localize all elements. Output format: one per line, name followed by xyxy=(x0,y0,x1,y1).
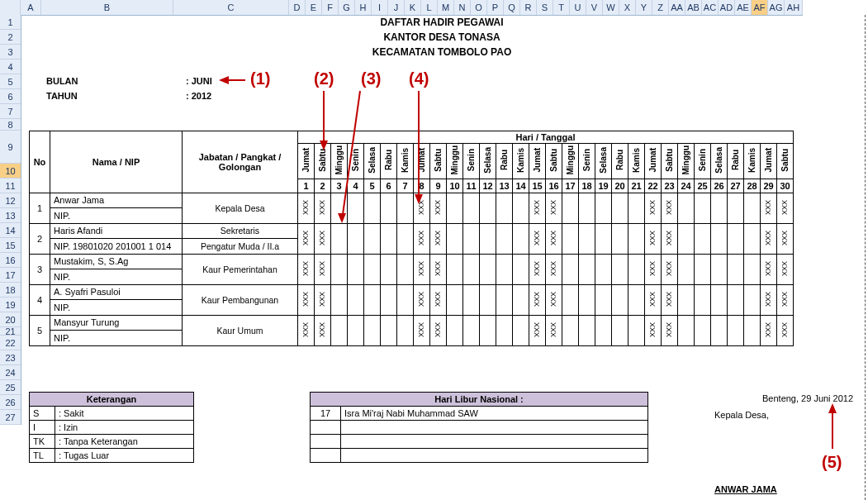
cell-att-1-1[interactable]: XXX xyxy=(298,193,315,223)
cell-att-1-10[interactable] xyxy=(447,193,463,223)
col-header-AE[interactable]: AE xyxy=(735,0,752,15)
cell-att-3-15[interactable]: XXX xyxy=(529,254,546,284)
row-header-4[interactable]: 4 xyxy=(0,60,21,74)
col-header-H[interactable]: H xyxy=(355,0,372,15)
col-header-U[interactable]: U xyxy=(570,0,586,15)
col-header-J[interactable]: J xyxy=(388,0,405,15)
cell-att-1-12[interactable] xyxy=(480,193,496,223)
cell-att-1-13[interactable] xyxy=(496,193,513,223)
col-header-corner[interactable] xyxy=(0,0,21,15)
cell-att-1-23[interactable]: XXX xyxy=(662,193,678,223)
cell-att-3-23[interactable]: XXX xyxy=(662,254,678,284)
cell-att-1-5[interactable] xyxy=(364,193,381,223)
col-header-Z[interactable]: Z xyxy=(652,0,669,15)
cell-att-1-29[interactable]: XXX xyxy=(761,193,777,223)
row-header-12[interactable]: 12 xyxy=(0,193,21,208)
cell-att-1-20[interactable] xyxy=(612,193,628,223)
cell-att-5-18[interactable] xyxy=(579,315,595,345)
cell-att-2-30[interactable]: XXX xyxy=(777,223,794,254)
cell-att-2-12[interactable] xyxy=(480,223,496,254)
cell-att-1-17[interactable] xyxy=(562,193,579,223)
cell-att-5-5[interactable] xyxy=(364,315,381,345)
cell-att-4-10[interactable] xyxy=(447,284,463,315)
cell-att-4-28[interactable] xyxy=(744,284,761,315)
row-header-19[interactable]: 19 xyxy=(0,298,21,312)
col-header-AC[interactable]: AC xyxy=(702,0,719,15)
cell-att-2-11[interactable] xyxy=(463,223,480,254)
cell-att-4-5[interactable] xyxy=(364,284,381,315)
cell-att-2-28[interactable] xyxy=(744,223,761,254)
cell-att-3-27[interactable] xyxy=(728,254,744,284)
cell-att-4-26[interactable] xyxy=(711,284,728,315)
cell-att-5-14[interactable] xyxy=(513,315,529,345)
cell-att-4-27[interactable] xyxy=(728,284,744,315)
cell-att-5-2[interactable]: XXX xyxy=(315,315,331,345)
cell-att-4-18[interactable] xyxy=(579,284,595,315)
cell-att-4-25[interactable] xyxy=(695,284,711,315)
cell-att-5-7[interactable] xyxy=(397,315,414,345)
cell-att-1-25[interactable] xyxy=(695,193,711,223)
row-header-23[interactable]: 23 xyxy=(0,350,21,365)
col-header-Y[interactable]: Y xyxy=(636,0,652,15)
col-header-K[interactable]: K xyxy=(405,0,421,15)
cell-att-2-8[interactable]: XXX xyxy=(414,223,430,254)
cell-att-3-29[interactable]: XXX xyxy=(761,254,777,284)
cell-att-3-30[interactable]: XXX xyxy=(777,254,794,284)
cell-att-2-19[interactable] xyxy=(595,223,612,254)
cell-att-1-14[interactable] xyxy=(513,193,529,223)
cell-att-2-16[interactable]: XXX xyxy=(546,223,562,254)
col-header-AD[interactable]: AD xyxy=(719,0,735,15)
cell-att-2-14[interactable] xyxy=(513,223,529,254)
cell-att-3-18[interactable] xyxy=(579,254,595,284)
col-header-D[interactable]: D xyxy=(289,0,306,15)
cell-att-3-14[interactable] xyxy=(513,254,529,284)
cell-att-4-15[interactable]: XXX xyxy=(529,284,546,315)
cell-att-3-9[interactable]: XXX xyxy=(430,254,447,284)
cell-att-4-17[interactable] xyxy=(562,284,579,315)
cell-att-5-15[interactable]: XXX xyxy=(529,315,546,345)
col-header-C[interactable]: C xyxy=(173,0,289,15)
row-header-10[interactable]: 10 xyxy=(0,164,21,179)
row-header-24[interactable]: 24 xyxy=(0,365,21,380)
cell-att-4-20[interactable] xyxy=(612,284,628,315)
col-header-M[interactable]: M xyxy=(438,0,454,15)
row-header-8[interactable]: 8 xyxy=(0,119,21,131)
cell-att-2-20[interactable] xyxy=(612,223,628,254)
cell-att-2-13[interactable] xyxy=(496,223,513,254)
cell-att-4-22[interactable]: XXX xyxy=(645,284,662,315)
col-header-AA[interactable]: AA xyxy=(669,0,685,15)
cell-att-5-8[interactable]: XXX xyxy=(414,315,430,345)
cell-att-5-30[interactable]: XXX xyxy=(777,315,794,345)
cell-att-4-8[interactable]: XXX xyxy=(414,284,430,315)
cell-att-1-24[interactable] xyxy=(678,193,695,223)
cell-att-4-3[interactable] xyxy=(331,284,348,315)
cell-att-4-19[interactable] xyxy=(595,284,612,315)
cell-att-3-3[interactable] xyxy=(331,254,348,284)
row-header-18[interactable]: 18 xyxy=(0,283,21,298)
cell-att-4-13[interactable] xyxy=(496,284,513,315)
col-header-R[interactable]: R xyxy=(520,0,537,15)
cell-att-3-19[interactable] xyxy=(595,254,612,284)
cell-att-2-22[interactable]: XXX xyxy=(645,223,662,254)
cell-att-3-28[interactable] xyxy=(744,254,761,284)
col-header-V[interactable]: V xyxy=(586,0,603,15)
cell-att-4-6[interactable] xyxy=(381,284,397,315)
col-header-AF[interactable]: AF xyxy=(752,0,768,15)
row-header-3[interactable]: 3 xyxy=(0,45,21,60)
cell-att-2-27[interactable] xyxy=(728,223,744,254)
cell-att-2-1[interactable]: XXX xyxy=(298,223,315,254)
row-header-15[interactable]: 15 xyxy=(0,238,21,253)
column-headers[interactable]: ABCDEFGHIJKLMNOPQRSTUVWXYZAAABACADAEAFAG… xyxy=(0,0,803,16)
cell-att-4-21[interactable] xyxy=(628,284,645,315)
cell-att-4-29[interactable]: XXX xyxy=(761,284,777,315)
cell-att-4-30[interactable]: XXX xyxy=(777,284,794,315)
cell-att-1-11[interactable] xyxy=(463,193,480,223)
cell-att-5-26[interactable] xyxy=(711,315,728,345)
cell-att-2-2[interactable]: XXX xyxy=(315,223,331,254)
row-header-14[interactable]: 14 xyxy=(0,223,21,238)
cell-att-5-22[interactable]: XXX xyxy=(645,315,662,345)
row-header-13[interactable]: 13 xyxy=(0,208,21,223)
row-header-22[interactable]: 22 xyxy=(0,336,21,350)
cell-att-3-4[interactable] xyxy=(348,254,364,284)
cell-att-4-23[interactable]: XXX xyxy=(662,284,678,315)
